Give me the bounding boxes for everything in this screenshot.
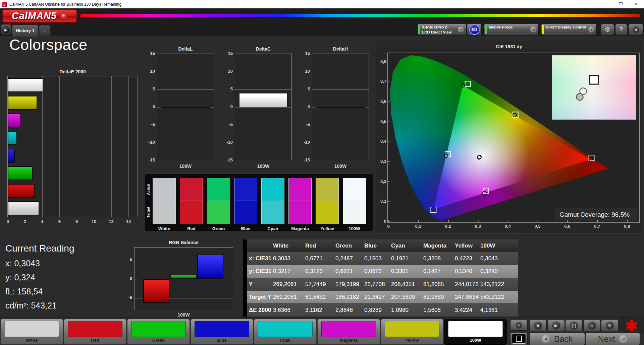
swatch-column-green: Green bbox=[207, 178, 230, 231]
cell: 543,2122 bbox=[479, 294, 518, 300]
next-button-label: Next bbox=[598, 334, 615, 344]
cie-y-tick: 0,7 bbox=[377, 79, 386, 84]
y-tick: -15 bbox=[221, 157, 233, 162]
deltaL-x-label: 100W bbox=[157, 163, 214, 169]
cell: 269,2061 bbox=[271, 281, 304, 288]
step-button[interactable]: [··] bbox=[565, 320, 583, 331]
cell: 0,3240 bbox=[479, 268, 518, 275]
deltae-bar-green bbox=[8, 166, 33, 180]
cell: 0,6821 bbox=[334, 268, 363, 275]
swatch-label: Green bbox=[204, 226, 233, 231]
gridline bbox=[157, 125, 214, 125]
pattern-source-dropdown[interactable]: Mobile Forge ▼ bbox=[484, 24, 539, 35]
next-button[interactable]: Next » bbox=[586, 333, 640, 345]
rgb-balance-chart: RGB Balance50-5100W bbox=[121, 240, 236, 322]
rgb-balance-plot bbox=[134, 247, 233, 310]
y-tick: 10 bbox=[299, 69, 310, 74]
y-tick: 5 bbox=[299, 86, 310, 91]
titlebar: 5 CalMAN 5 CalMAN Ultimate for Business … bbox=[0, 0, 644, 9]
target-swatch-blue bbox=[234, 201, 257, 224]
restore-icon[interactable]: ❐ bbox=[613, 0, 629, 8]
collapse-panel-button[interactable]: ◀ bbox=[628, 24, 643, 35]
y-tick: -5 bbox=[299, 122, 310, 127]
pattern-button-blue[interactable]: Blue bbox=[191, 319, 253, 345]
pattern-window-button[interactable] bbox=[510, 332, 528, 345]
pattern-button-yellow[interactable]: Yellow bbox=[381, 319, 443, 345]
cell: 0,6771 bbox=[304, 255, 334, 262]
pattern-swatch-green bbox=[131, 321, 186, 337]
row-label: ΔE 2000 bbox=[247, 307, 271, 314]
gridline bbox=[42, 76, 43, 217]
pattern-button-red[interactable]: Red bbox=[64, 319, 126, 345]
cie-y-tick: 0,2 bbox=[377, 179, 386, 184]
pattern-window-up-button[interactable]: ▲ bbox=[510, 320, 528, 331]
cell: 207,5609 bbox=[389, 294, 422, 300]
loop-button[interactable]: ∞ bbox=[583, 320, 601, 331]
pattern-button-white[interactable]: White bbox=[0, 319, 63, 345]
cell: White bbox=[271, 243, 304, 249]
deltaL-plot bbox=[157, 54, 214, 160]
target-swatch-magenta bbox=[288, 201, 312, 224]
cell: 0,1921 bbox=[389, 255, 422, 262]
pattern-button-green[interactable]: Green bbox=[127, 319, 190, 345]
rgb-balance-title: RGB Balance bbox=[134, 240, 233, 245]
add-tab-button[interactable]: + bbox=[39, 25, 51, 36]
x-tick: 0 bbox=[4, 219, 11, 224]
cie-x-tick: 0,4 bbox=[503, 224, 513, 229]
pattern-button-cyan[interactable]: Cyan bbox=[254, 319, 317, 345]
help-button[interactable]: ? bbox=[615, 24, 627, 35]
gridline bbox=[77, 76, 77, 217]
cie-x-tick: 0 bbox=[384, 224, 393, 229]
calman-logo-menu[interactable]: CalMAN5 ▼ bbox=[2, 9, 77, 23]
y-tick: -5 bbox=[221, 122, 233, 127]
deltae-chart-title: DeltaE 2000 bbox=[7, 69, 138, 74]
layout-nav-button[interactable]: ▶ bbox=[1, 24, 11, 36]
cie-x-tick: 0,5 bbox=[533, 224, 542, 229]
cie-chart-title: CIE 1931 xy bbox=[376, 44, 642, 49]
minimize-icon[interactable]: — bbox=[598, 0, 613, 8]
back-button[interactable]: « Back bbox=[529, 333, 585, 345]
y-tick: 15 bbox=[144, 51, 155, 56]
cell: 269,2061 bbox=[271, 294, 304, 300]
chevron-left-icon: ◀ bbox=[633, 26, 639, 33]
spectrum-bar bbox=[80, 14, 640, 17]
swatch-label: Red bbox=[177, 226, 206, 231]
row-label: Target Y bbox=[247, 294, 271, 300]
pattern-button-label: White bbox=[1, 338, 63, 343]
gridline bbox=[312, 125, 369, 125]
y-tick: 5 bbox=[144, 86, 155, 91]
y-tick: 15 bbox=[221, 51, 233, 56]
y-tick: 0 bbox=[121, 276, 132, 281]
play-button[interactable]: ▶ bbox=[547, 320, 565, 331]
meter-count-button[interactable]: 203 bbox=[467, 24, 482, 35]
close-icon[interactable]: ✕ bbox=[629, 0, 644, 8]
cie-y-tick: 0,1 bbox=[377, 199, 386, 204]
deltaH-title: DeltaH bbox=[312, 46, 369, 52]
target-row-label: Target bbox=[146, 201, 152, 224]
meter-dropdown[interactable]: X-Rite i1Pro 2 LCD Direct View ▼ bbox=[417, 24, 466, 35]
refresh-button[interactable]: ⟳ bbox=[601, 320, 619, 331]
y-tick: 10 bbox=[144, 69, 155, 74]
display-control-dropdown[interactable]: Direct Display Control ▼ bbox=[541, 24, 597, 35]
swatch-label: Yellow bbox=[313, 226, 341, 231]
actual-swatch-yellow bbox=[316, 178, 339, 201]
pattern-button-label: Blue bbox=[191, 338, 253, 343]
pattern-swatch-100w bbox=[448, 321, 503, 337]
cell: Yellow bbox=[453, 243, 479, 249]
stop-button[interactable]: ■ bbox=[529, 320, 547, 331]
pattern-button-100w[interactable]: 100W bbox=[444, 319, 507, 345]
pattern-button-label: Cyan bbox=[254, 338, 316, 343]
pattern-button-label: Magenta bbox=[318, 338, 380, 343]
chevron-down-icon: ▼ bbox=[458, 26, 464, 33]
pattern-button-magenta[interactable]: Magenta bbox=[317, 319, 380, 345]
settings-button[interactable]: ⚙ bbox=[601, 24, 614, 35]
deltaH-zero-bar bbox=[316, 107, 365, 108]
actual-swatch-green bbox=[207, 178, 230, 201]
y-tick: 10 bbox=[221, 69, 233, 74]
tab-history-1[interactable]: History 1 bbox=[12, 24, 38, 37]
x-tick: 14 bbox=[125, 219, 132, 224]
cell: 2,8646 bbox=[334, 307, 363, 314]
stop-icon: ■ bbox=[534, 322, 542, 330]
pattern-swatch-white bbox=[4, 321, 59, 337]
cell: 3,4224 bbox=[453, 307, 479, 314]
